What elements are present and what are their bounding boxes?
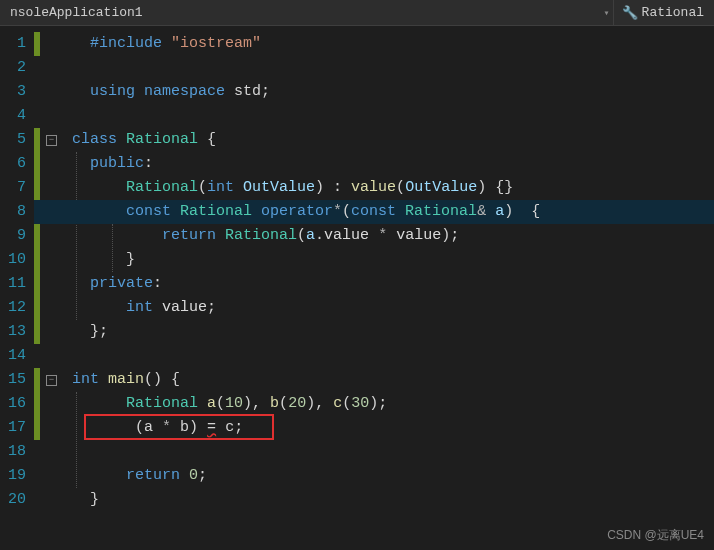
- scope-label: Rational: [642, 5, 704, 20]
- line-number[interactable]: 1: [0, 32, 26, 56]
- line-number[interactable]: 7: [0, 176, 26, 200]
- line-gutter: 1 2 3 4 5 6 7 8 9 10 11 12 13 14 15 16 1…: [0, 26, 34, 550]
- code-line[interactable]: int main() {: [34, 368, 714, 392]
- file-dropdown-icon[interactable]: ▾: [601, 7, 613, 19]
- code-line[interactable]: [34, 104, 714, 128]
- line-number[interactable]: 12: [0, 296, 26, 320]
- code-line[interactable]: public:: [34, 152, 714, 176]
- code-line[interactable]: private:: [34, 272, 714, 296]
- line-number[interactable]: 20: [0, 488, 26, 512]
- watermark: CSDN @远离UE4: [607, 527, 704, 544]
- line-number[interactable]: 19: [0, 464, 26, 488]
- code-line[interactable]: #include "iostream": [34, 32, 714, 56]
- error-squiggle: =: [207, 419, 216, 436]
- code-line[interactable]: }: [34, 248, 714, 272]
- line-number[interactable]: 13: [0, 320, 26, 344]
- code-line[interactable]: return 0;: [34, 464, 714, 488]
- code-line[interactable]: [34, 56, 714, 80]
- line-number[interactable]: 17: [0, 416, 26, 440]
- file-tab[interactable]: nsoleApplication1: [0, 0, 601, 25]
- code-line[interactable]: (a * b) = c;: [34, 416, 714, 440]
- editor: 1 2 3 4 5 6 7 8 9 10 11 12 13 14 15 16 1…: [0, 26, 714, 550]
- class-icon: 🔧: [622, 5, 638, 21]
- line-number[interactable]: 14: [0, 344, 26, 368]
- code-line[interactable]: Rational(int OutValue) : value(OutValue)…: [34, 176, 714, 200]
- code-line[interactable]: }: [34, 488, 714, 512]
- line-number[interactable]: 4: [0, 104, 26, 128]
- line-number[interactable]: 9: [0, 224, 26, 248]
- code-line[interactable]: int value;: [34, 296, 714, 320]
- code-line[interactable]: };: [34, 320, 714, 344]
- code-line[interactable]: Rational a(10), b(20), c(30);: [34, 392, 714, 416]
- code-area[interactable]: #include "iostream" using namespace std;…: [34, 26, 714, 550]
- code-line[interactable]: class Rational {: [34, 128, 714, 152]
- line-number[interactable]: 3: [0, 80, 26, 104]
- line-number[interactable]: 16: [0, 392, 26, 416]
- line-number[interactable]: 8: [0, 200, 26, 224]
- line-number[interactable]: 2: [0, 56, 26, 80]
- code-line[interactable]: using namespace std;: [34, 80, 714, 104]
- code-line[interactable]: return Rational(a.value * value);: [34, 224, 714, 248]
- line-number[interactable]: 11: [0, 272, 26, 296]
- line-number[interactable]: 18: [0, 440, 26, 464]
- file-tab-label: nsoleApplication1: [10, 5, 143, 20]
- line-number[interactable]: 5: [0, 128, 26, 152]
- toolbar: nsoleApplication1 ▾ 🔧 Rational: [0, 0, 714, 26]
- line-number[interactable]: 10: [0, 248, 26, 272]
- code-line[interactable]: [34, 344, 714, 368]
- code-line[interactable]: const Rational operator*(const Rational&…: [34, 200, 714, 224]
- line-number[interactable]: 6: [0, 152, 26, 176]
- code-line[interactable]: [34, 440, 714, 464]
- line-number[interactable]: 15: [0, 368, 26, 392]
- scope-tab[interactable]: 🔧 Rational: [613, 0, 714, 25]
